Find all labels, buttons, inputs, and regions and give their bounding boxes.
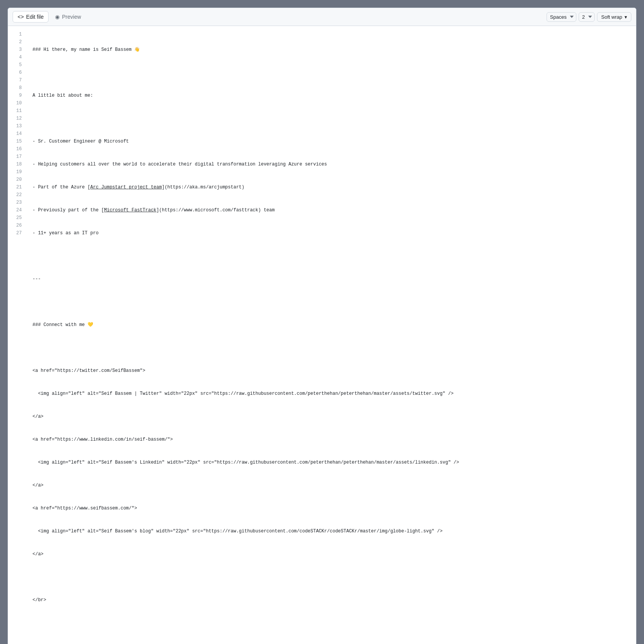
tab-edit-file[interactable]: <> Edit file — [13, 11, 49, 23]
code-editor-area[interactable]: 12345 678910 1112131415 1617181920 21222… — [8, 26, 636, 644]
editor-toolbar: <> Edit file ◉ Preview Spaces 2 4 Soft w… — [8, 8, 636, 26]
soft-wrap-button[interactable]: Soft wrap ▾ — [597, 12, 631, 22]
tab-preview-top[interactable]: ◉ Preview — [50, 11, 86, 23]
soft-wrap-label: Soft wrap — [601, 14, 622, 20]
indent-size-select[interactable]: 2 4 — [579, 12, 595, 22]
soft-wrap-chevron-icon: ▾ — [625, 14, 627, 20]
toolbar-controls: Spaces 2 4 Soft wrap ▾ — [547, 12, 631, 22]
line-numbers: 12345 678910 1112131415 1617181920 21222… — [8, 31, 26, 644]
edit-file-icon: <> — [18, 14, 24, 20]
tab-preview-top-label: Preview — [62, 14, 81, 20]
tab-edit-file-label: Edit file — [26, 14, 44, 20]
preview-icon-top: ◉ — [55, 14, 60, 20]
editor-panel: <> Edit file ◉ Preview Spaces 2 4 Soft w… — [8, 8, 636, 644]
spaces-select[interactable]: Spaces — [547, 12, 576, 22]
code-lines[interactable]: ### Hi there, my name is Seif Bassem 👋 A… — [26, 31, 636, 644]
